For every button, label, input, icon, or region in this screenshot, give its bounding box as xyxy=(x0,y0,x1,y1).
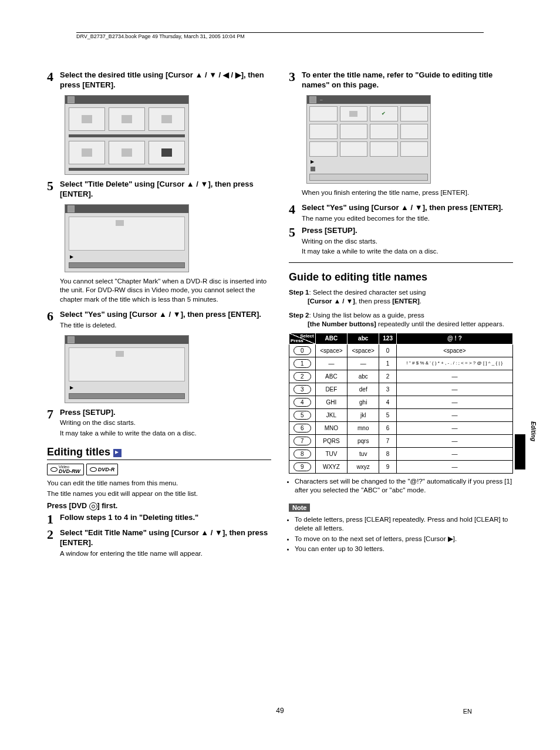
disc-badges: VideoDVD-RW DVD-R xyxy=(47,464,271,475)
keycap-icon: 3 xyxy=(294,385,311,394)
guide-step-1: Step 1: Select the desired character set… xyxy=(289,288,513,306)
table-cell: DEF xyxy=(315,383,347,396)
th-123: 123 xyxy=(379,333,396,344)
table-cell: — xyxy=(315,357,347,370)
screenshot-title-name-entry: – ✔ ▶ xyxy=(306,95,431,184)
left-column: 4 Select the desired title using [Cursor… xyxy=(47,70,271,560)
section-heading-text: Editing titles xyxy=(47,446,110,458)
step-7: 7 Press [SETUP]. Writing on the disc sta… xyxy=(47,408,271,438)
section-editing-titles: Editing titles xyxy=(47,446,271,460)
keycap-icon: 2 xyxy=(294,372,311,381)
table-cell: — xyxy=(396,396,512,408)
table-cell: 3 xyxy=(379,383,396,396)
table-cell: MNO xyxy=(315,421,347,434)
table-cell: <space> xyxy=(348,344,379,357)
table-cell: GHI xyxy=(315,396,347,408)
character-table: SelectPress ABC abc 123 @ ! ? 0<space><s… xyxy=(289,333,513,474)
page-lang: EN xyxy=(463,708,472,715)
table-cell: tuv xyxy=(348,447,379,460)
step-number: 1 xyxy=(47,513,60,526)
keycap-icon: 8 xyxy=(294,450,311,458)
table-cell: 8 xyxy=(379,447,396,460)
page-number: 49 xyxy=(0,707,560,715)
divider xyxy=(289,262,513,263)
step-number: 2 xyxy=(47,528,60,541)
table-cell: def xyxy=(348,383,379,396)
table-cell: <space> xyxy=(396,344,512,357)
step-title: Select "Yes" using [Cursor ▲ / ▼], then … xyxy=(60,310,271,320)
table-cell: ! " # $ % & ' ( ) * + , - . / : ; < = > … xyxy=(396,357,512,370)
table-row: 4GHIghi4— xyxy=(289,396,513,408)
step-title: To enter the title name, refer to "Guide… xyxy=(302,70,513,90)
note-item: To delete letters, press [CLEAR] repeate… xyxy=(295,515,513,533)
step-title: Press [SETUP]. xyxy=(302,226,513,236)
step-text: Writing on the disc starts. xyxy=(302,237,513,246)
step-number: 6 xyxy=(47,310,60,323)
guide-step-2: Step 2: Using the list below as a guide,… xyxy=(289,311,513,329)
table-row: 6MNOmno6— xyxy=(289,421,513,434)
table-cell: abc xyxy=(348,370,379,383)
table-cell: 4 xyxy=(379,396,396,408)
table-cell: 2 xyxy=(379,370,396,383)
press-dvd-first: Press [DVD ] first. xyxy=(47,502,271,511)
table-cell: pqrs xyxy=(348,434,379,447)
dvd-circle-icon xyxy=(89,502,97,511)
step-6: 6 Select "Yes" using [Cursor ▲ / ▼], the… xyxy=(47,310,271,330)
table-row: 0<space><space>0<space> xyxy=(289,344,513,357)
step-number: 4 xyxy=(47,70,60,83)
table-cell: — xyxy=(396,460,512,473)
th-abc-upper: ABC xyxy=(315,333,347,344)
book-header: DRV_B2737_B2734.book Page 49 Thursday, M… xyxy=(76,32,484,39)
table-cell: TUV xyxy=(315,447,347,460)
table-cell: 6 xyxy=(379,421,396,434)
th-select-press: SelectPress xyxy=(289,333,316,344)
editing-intro-2: The title names you edit will appear on … xyxy=(47,489,271,499)
table-cell: — xyxy=(396,408,512,421)
screenshot-title-delete: ▶ xyxy=(65,204,189,272)
step-number: 5 xyxy=(47,180,60,192)
keycap-icon: 4 xyxy=(294,398,311,407)
step-title: Select "Yes" using [Cursor ▲ / ▼], then … xyxy=(302,203,513,213)
step-text: It may take a while to write the data on… xyxy=(60,429,271,438)
screenshot-titles-grid xyxy=(65,95,189,175)
side-label: Editing xyxy=(530,421,537,441)
step-text: Writing on the disc starts. xyxy=(60,418,271,428)
keycap-icon: 9 xyxy=(294,462,311,471)
after-table-bullet: Characters set will be changed to the "@… xyxy=(289,477,513,495)
step-5: 5 Select "Title Delete" using [Cursor ▲ … xyxy=(47,180,271,200)
table-row: 1——1! " # $ % & ' ( ) * + , - . / : ; < … xyxy=(289,357,513,370)
edit-icon xyxy=(113,449,122,457)
guide-heading: Guide to editing title names xyxy=(289,271,513,285)
step-number: 7 xyxy=(47,408,60,421)
step-title: Select "Edit Title Name" using [Cursor ▲… xyxy=(60,528,271,548)
table-cell: — xyxy=(396,447,512,460)
right-step-5: 5 Press [SETUP]. Writing on the disc sta… xyxy=(289,226,513,256)
step-text: The name you edited becomes for the titl… xyxy=(302,214,513,224)
keycap-icon: 5 xyxy=(294,411,311,420)
note-bullets: To delete letters, press [CLEAR] repeate… xyxy=(289,515,513,554)
table-cell: jkl xyxy=(348,408,379,421)
right-step-4: 4 Select "Yes" using [Cursor ▲ / ▼], the… xyxy=(289,203,513,223)
step-title: Press [SETUP]. xyxy=(60,408,271,418)
table-cell: — xyxy=(396,421,512,434)
th-abc-lower: abc xyxy=(348,333,379,344)
note-item: To move on to the next set of letters, p… xyxy=(295,535,513,544)
table-cell: ghi xyxy=(348,396,379,408)
badge-dvd-rw: VideoDVD-RW xyxy=(47,464,84,475)
table-cell: 1 xyxy=(379,357,396,370)
step-text: It may take a while to write the data on… xyxy=(302,247,513,256)
table-cell: 0 xyxy=(379,344,396,357)
page: DRV_B2737_B2734.book Page 49 Thursday, M… xyxy=(0,0,560,750)
table-row: 7PQRSpqrs7— xyxy=(289,434,513,447)
table-row: 9WXYZwxyz9— xyxy=(289,460,513,473)
step-title: Follow steps 1 to 4 in "Deleting titles.… xyxy=(60,513,271,523)
table-cell: mno xyxy=(348,421,379,434)
badge-dvd-r: DVD-R xyxy=(86,464,119,475)
table-cell: 5 xyxy=(379,408,396,421)
step-title: Select "Title Delete" using [Cursor ▲ / … xyxy=(60,180,271,200)
table-row: 2ABCabc2— xyxy=(289,370,513,383)
table-cell: 7 xyxy=(379,434,396,447)
note-item: You can enter up to 30 letters. xyxy=(295,545,513,554)
right-column: 3 To enter the title name, refer to "Gui… xyxy=(289,70,513,560)
keycap-icon: 0 xyxy=(294,346,311,355)
